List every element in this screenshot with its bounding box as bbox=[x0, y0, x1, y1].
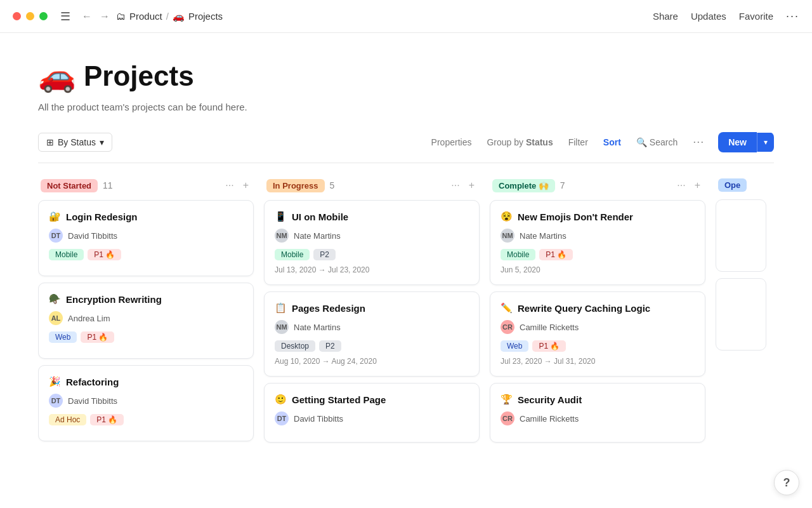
card[interactable]: 🏆 Security AuditCRCamille Ricketts bbox=[490, 383, 705, 443]
card-tag: Mobile bbox=[501, 249, 535, 260]
card-author: Camille Ricketts bbox=[520, 323, 579, 332]
kanban-col-not-started: Not Started11 ··· + 🔐 Login RedesignDTDa… bbox=[38, 178, 254, 508]
col-more-button[interactable]: ··· bbox=[223, 178, 236, 192]
back-button[interactable]: ← bbox=[78, 8, 96, 25]
sort-button[interactable]: Sort bbox=[597, 133, 627, 151]
col-status-badge: Ope bbox=[718, 178, 747, 192]
card-date: Jul 23, 2020 → Jul 31, 2020 bbox=[501, 357, 695, 366]
col-header-in-progress: In Progress5 ··· + bbox=[264, 178, 480, 192]
card-tags: WebP1 🔥 bbox=[501, 340, 695, 352]
group-by-button[interactable]: Group by Status bbox=[480, 133, 559, 151]
avatar: NM bbox=[275, 229, 289, 243]
search-button[interactable]: 🔍 Search bbox=[630, 133, 684, 151]
card-author: David Tibbitts bbox=[294, 414, 343, 424]
help-button[interactable]: ? bbox=[774, 470, 799, 495]
updates-button[interactable]: Updates bbox=[691, 11, 726, 22]
breadcrumb-current[interactable]: Projects bbox=[188, 11, 223, 22]
card-author: Andrea Lim bbox=[68, 314, 110, 323]
card-tags: DesktopP2 bbox=[275, 340, 469, 352]
filter-button[interactable]: Filter bbox=[562, 133, 594, 151]
card-tag: Desktop bbox=[275, 340, 315, 352]
avatar: AL bbox=[49, 311, 63, 325]
col-add-button[interactable]: + bbox=[466, 178, 477, 192]
card[interactable]: 📱 UI on MobileNMNate MartinsMobileP2Jul … bbox=[264, 200, 480, 285]
avatar: CR bbox=[501, 411, 514, 425]
search-label: Search bbox=[650, 137, 678, 147]
card-emoji: 🏆 bbox=[501, 394, 513, 405]
card-emoji: 🎉 bbox=[49, 376, 61, 387]
traffic-light-red[interactable] bbox=[13, 12, 21, 20]
card-title: 🙂 Getting Started Page bbox=[275, 394, 469, 405]
card-meta: NMNate Martins bbox=[501, 229, 695, 243]
by-status-button[interactable]: ⊞ By Status ▾ bbox=[38, 133, 112, 152]
card-title: 📋 Pages Redesign bbox=[275, 302, 469, 314]
card-tag: Web bbox=[49, 331, 77, 343]
card-meta: ALAndrea Lim bbox=[49, 311, 243, 325]
card[interactable]: 🙂 Getting Started PageDTDavid Tibbitts bbox=[264, 383, 480, 443]
card-tag: P2 bbox=[313, 249, 336, 260]
card-tag: P1 🔥 bbox=[539, 249, 573, 260]
properties-button[interactable]: Properties bbox=[425, 133, 478, 151]
card-emoji: 🔐 bbox=[49, 211, 61, 222]
avatar: DT bbox=[49, 394, 63, 408]
sidebar-toggle-button[interactable]: ☰ bbox=[55, 7, 75, 26]
card-author: Nate Martins bbox=[294, 323, 341, 332]
card-tag: Web bbox=[501, 340, 528, 352]
kanban-col-in-progress: In Progress5 ··· + 📱 UI on MobileNMNate … bbox=[264, 178, 480, 508]
by-status-icon: ⊞ bbox=[46, 137, 54, 147]
col-add-button[interactable]: + bbox=[240, 178, 251, 192]
avatar: CR bbox=[501, 320, 514, 334]
card[interactable]: 🎉 RefactoringDTDavid TibbittsAd HocP1 🔥 bbox=[38, 365, 254, 441]
col-more-button[interactable]: ··· bbox=[449, 178, 462, 192]
new-button[interactable]: New bbox=[718, 132, 757, 152]
col-count: 7 bbox=[560, 180, 565, 190]
toolbar-right: Properties Group by Status Filter Sort 🔍… bbox=[425, 131, 774, 152]
breadcrumb-separator: / bbox=[166, 11, 169, 22]
card-emoji: 😵 bbox=[501, 211, 513, 222]
card[interactable]: ✏️ Rewrite Query Caching LogicCRCamille … bbox=[490, 291, 705, 377]
col-add-button[interactable]: + bbox=[692, 178, 703, 192]
col-header-complete: Complete 🙌7 ··· + bbox=[490, 178, 705, 192]
titlebar: ☰ ← → 🗂 Product / 🚗 Projects Share Updat… bbox=[0, 0, 812, 33]
share-button[interactable]: Share bbox=[653, 11, 678, 22]
kanban-col-complete: Complete 🙌7 ··· + 😵 New Emojis Don't Ren… bbox=[490, 178, 705, 508]
card-tag: P1 🔥 bbox=[88, 249, 121, 260]
card-emoji: 🙂 bbox=[275, 394, 287, 405]
card-emoji: ✏️ bbox=[501, 302, 513, 314]
page-title-emoji: 🚗 bbox=[38, 58, 76, 94]
traffic-light-green[interactable] bbox=[39, 12, 48, 20]
card-author: David Tibbitts bbox=[68, 396, 117, 406]
card-tags: MobileP2 bbox=[275, 249, 469, 260]
breadcrumb-parent[interactable]: Product bbox=[129, 11, 162, 22]
favorite-button[interactable]: Favorite bbox=[739, 11, 773, 22]
card-tags: MobileP1 🔥 bbox=[49, 249, 243, 260]
card-title: 😵 New Emojis Don't Render bbox=[501, 211, 695, 222]
col-count: 5 bbox=[330, 180, 335, 190]
card[interactable]: 📋 Pages RedesignNMNate MartinsDesktopP2A… bbox=[264, 291, 480, 377]
forward-button[interactable]: → bbox=[96, 8, 114, 25]
card-tag: Mobile bbox=[49, 249, 84, 260]
card-tags: WebP1 🔥 bbox=[49, 331, 243, 343]
col-more-button[interactable]: ··· bbox=[674, 178, 688, 192]
card-tag: P1 🔥 bbox=[81, 331, 114, 343]
breadcrumb-current-emoji: 🚗 bbox=[173, 11, 185, 22]
card-title: 📱 UI on Mobile bbox=[275, 211, 469, 222]
new-button-caret[interactable]: ▾ bbox=[757, 133, 774, 152]
card[interactable]: 😵 New Emojis Don't RenderNMNate MartinsM… bbox=[490, 200, 705, 285]
card[interactable]: 🪖 Encryption RewritingALAndrea LimWebP1 … bbox=[38, 283, 254, 359]
card-meta: NMNate Martins bbox=[275, 320, 469, 334]
card-author: Camille Ricketts bbox=[520, 414, 579, 424]
traffic-light-yellow[interactable] bbox=[26, 12, 34, 20]
toolbar-more-button[interactable]: ··· bbox=[686, 131, 710, 152]
card-tag: P2 bbox=[319, 340, 341, 352]
more-options-button[interactable]: ··· bbox=[786, 10, 799, 23]
traffic-lights bbox=[13, 12, 48, 20]
new-button-group: New ▾ bbox=[718, 132, 774, 152]
avatar: DT bbox=[49, 229, 63, 243]
card-tag: P1 🔥 bbox=[90, 414, 124, 425]
card-meta: NMNate Martins bbox=[275, 229, 469, 243]
card-title: 🎉 Refactoring bbox=[49, 376, 243, 387]
col-count: 11 bbox=[103, 180, 113, 190]
card[interactable]: 🔐 Login RedesignDTDavid TibbittsMobileP1… bbox=[38, 200, 254, 276]
card-title: 🏆 Security Audit bbox=[501, 394, 695, 405]
